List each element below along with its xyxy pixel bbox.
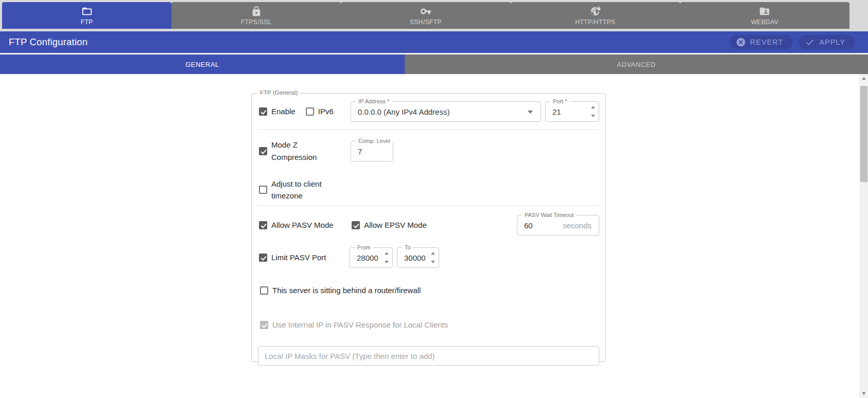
- port-stepper: [591, 102, 595, 121]
- ftp-general-fieldset: FTP (General) Enable IPv6 IP Address * 0…: [251, 93, 606, 362]
- stepper-down-icon[interactable]: [591, 115, 595, 117]
- tab-http-label: HTTP/HTTPS: [575, 19, 615, 26]
- router-firewall-checkbox[interactable]: This server is sitting behind a router/f…: [259, 284, 421, 297]
- limit-pasv-group: Limit PASV Port: [258, 251, 350, 264]
- comp-level-input[interactable]: Comp. Level 7: [351, 141, 393, 161]
- stepper-down-icon[interactable]: [385, 261, 389, 263]
- checkbox-icon: [260, 321, 268, 329]
- checkbox-icon: [259, 221, 267, 229]
- revert-button[interactable]: REVERT: [730, 35, 793, 49]
- pasv-from-input[interactable]: From 28000: [350, 247, 393, 268]
- ipv6-checkbox[interactable]: IPv6: [306, 105, 334, 118]
- tab-webdav-label: WEBDAV: [751, 19, 779, 26]
- pasv-to-value: 30000: [397, 254, 426, 262]
- allow-epsv-checkbox[interactable]: Allow EPSV Mode: [352, 219, 427, 231]
- cancel-circle-icon: [736, 37, 746, 47]
- tab-advanced[interactable]: ADVANCED: [405, 55, 868, 74]
- tab-ftp-label: FTP: [81, 19, 93, 26]
- row-pasv-modes: Allow PASV Mode Allow EPSV Mode PASV Wai…: [258, 215, 599, 236]
- row-limit-pasv-port: Limit PASV Port From 28000 To 30000: [258, 247, 599, 268]
- pasv-wait-timeout-label: PASV Wait Timeout: [522, 212, 576, 218]
- stepper-down-icon[interactable]: [431, 261, 435, 263]
- protocol-tabbar: FTP FTPS/SSL SSH/SFTP HTTP/HTTPS WEBDAV: [2, 2, 849, 29]
- checkbox-icon: [352, 221, 360, 229]
- main-content: FTP (General) Enable IPv6 IP Address * 0…: [0, 74, 868, 398]
- port-input[interactable]: Port * 21: [545, 101, 599, 122]
- limit-pasv-checkbox[interactable]: Limit PASV Port: [259, 251, 326, 264]
- fieldset-legend: FTP (General): [257, 89, 300, 96]
- pasv-from-label: From: [355, 244, 373, 250]
- ip-address-value: 0.0.0.0 (Any IPv4 Address): [351, 107, 449, 116]
- divider: [258, 205, 599, 206]
- row-enable-ip-port: Enable IPv6 IP Address * 0.0.0.0 (Any IP…: [258, 101, 599, 122]
- revert-label: REVERT: [750, 38, 784, 46]
- scroll-up-button[interactable]: [859, 74, 868, 83]
- row-local-ip-masks: [258, 346, 599, 366]
- apply-label: APPLY: [819, 38, 845, 46]
- pasv-to-input[interactable]: To 30000: [397, 247, 439, 268]
- allow-pasv-label: Allow PASV Mode: [271, 219, 334, 231]
- row-adjust-timezone: Adjust to client timezone: [258, 179, 599, 200]
- pasv-from-value: 28000: [350, 254, 378, 262]
- mode-z-label: Mode Z Compression: [271, 139, 340, 164]
- port-label: Port *: [550, 98, 570, 104]
- mode-z-checkbox[interactable]: Mode Z Compression: [259, 139, 340, 164]
- tab-general[interactable]: GENERAL: [0, 55, 405, 74]
- allow-pasv-checkbox[interactable]: Allow PASV Mode: [259, 219, 352, 231]
- key-icon: [420, 6, 431, 17]
- checkbox-icon: [306, 107, 314, 116]
- enable-label: Enable: [271, 105, 296, 118]
- pasv-to-stepper: [431, 248, 435, 267]
- tab-ssh-sftp[interactable]: SSH/SFTP: [341, 2, 510, 29]
- adjust-timezone-checkbox[interactable]: Adjust to client timezone: [259, 178, 329, 202]
- pasv-wait-timeout-input[interactable]: PASV Wait Timeout 60 seconds: [517, 215, 599, 236]
- tab-ftps-label: FTPS/SSL: [241, 19, 272, 26]
- apply-button[interactable]: APPLY: [798, 35, 855, 49]
- lock-icon: [251, 6, 262, 17]
- allow-epsv-label: Allow EPSV Mode: [364, 219, 427, 231]
- tab-webdav[interactable]: WEBDAV: [680, 2, 849, 29]
- pasv-to-label: To: [402, 244, 413, 250]
- seconds-suffix: seconds: [563, 221, 599, 230]
- folder-shared-icon: [759, 6, 770, 17]
- vertical-scrollbar[interactable]: [859, 74, 868, 398]
- tab-http-https[interactable]: HTTP/HTTPS: [511, 2, 680, 29]
- section-tabs: GENERAL ADVANCED: [0, 55, 868, 74]
- row-router-firewall: This server is sitting behind a router/f…: [258, 284, 599, 297]
- divider: [258, 129, 599, 130]
- checkbox-icon: [259, 107, 267, 116]
- globe-lock-icon: [589, 6, 601, 17]
- stepper-up-icon[interactable]: [385, 252, 389, 255]
- stepper-up-icon[interactable]: [431, 252, 435, 255]
- check-icon: [805, 37, 815, 47]
- folder-icon: [81, 6, 93, 17]
- header-actions: REVERT APPLY: [730, 35, 855, 49]
- ip-address-select[interactable]: IP Address * 0.0.0.0 (Any IPv4 Address): [351, 101, 541, 122]
- mode-z-group: Mode Z Compression: [258, 139, 351, 164]
- pasv-wait-timeout-value: 60: [517, 221, 533, 230]
- limit-pasv-label: Limit PASV Port: [271, 251, 326, 264]
- checkbox-icon: [260, 286, 268, 295]
- enable-checkbox[interactable]: Enable: [259, 105, 296, 118]
- tab-ftps-ssl[interactable]: FTPS/SSL: [171, 2, 341, 29]
- comp-level-value: 7: [351, 147, 362, 156]
- chevron-down-icon[interactable]: [528, 111, 533, 114]
- local-ip-masks-input[interactable]: [258, 346, 599, 366]
- tab-ftp[interactable]: FTP: [2, 2, 171, 29]
- tab-ssh-label: SSH/SFTP: [410, 19, 442, 26]
- checkbox-icon: [259, 254, 267, 262]
- port-value: 21: [546, 107, 561, 116]
- scroll-up-icon: [862, 77, 865, 80]
- ftp-configuration-header: FTP Configuration REVERT APPLY: [0, 31, 868, 53]
- protocol-tab-strip: FTP FTPS/SSL SSH/SFTP HTTP/HTTPS WEBDAV: [0, 0, 868, 31]
- internal-ip-label: Use Internal IP in PASV Response for Loc…: [272, 319, 448, 331]
- row-internal-ip: Use Internal IP in PASV Response for Loc…: [258, 319, 599, 331]
- pasv-from-stepper: [385, 248, 389, 267]
- stepper-up-icon[interactable]: [591, 106, 595, 108]
- ip-address-label: IP Address *: [356, 98, 392, 104]
- checkbox-icon: [259, 147, 267, 155]
- scrollbar-thumb[interactable]: [860, 86, 867, 182]
- row-mode-z: Mode Z Compression Comp. Level 7: [258, 139, 599, 164]
- scroll-down-button[interactable]: [859, 389, 868, 398]
- comp-level-label: Comp. Level: [356, 138, 393, 144]
